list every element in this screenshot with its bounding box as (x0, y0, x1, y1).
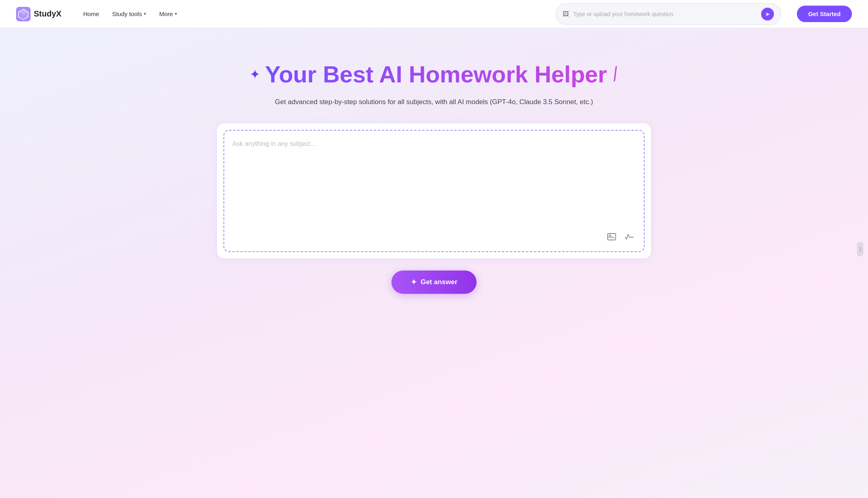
nav-study-tools[interactable]: Study tools ▾ (106, 7, 152, 20)
logo[interactable]: StudyX (16, 7, 61, 21)
formula-icon (624, 232, 634, 242)
image-upload-button[interactable] (605, 230, 618, 243)
logo-text: StudyX (34, 9, 61, 18)
logo-icon (16, 7, 31, 21)
input-textarea-wrapper (223, 130, 645, 252)
navbar: StudyX Home Study tools ▾ More ▾ 🖼 ➤ Get… (0, 0, 868, 28)
formula-button[interactable] (623, 230, 636, 243)
side-collapse-button[interactable]: ⟩ (857, 242, 863, 256)
star-icon: ✦ (250, 68, 260, 81)
hero-subtitle: Get advanced step-by-step solutions for … (275, 96, 593, 107)
hero-title-area: ✦ Your Best AI Homework Helper ╱ (250, 60, 619, 88)
navbar-search-input[interactable] (573, 11, 757, 17)
input-action-bar (232, 230, 636, 243)
squiggle-icon: ╱ (610, 67, 620, 82)
navbar-search-send-button[interactable]: ➤ (761, 8, 774, 20)
get-answer-button[interactable]: ✦ Get answer (391, 271, 477, 294)
nav-links: Home Study tools ▾ More ▾ (78, 7, 548, 20)
more-chevron-icon: ▾ (175, 11, 177, 16)
hero-section: ✦ Your Best AI Homework Helper ╱ Get adv… (0, 28, 868, 498)
main-input-card (217, 123, 651, 258)
study-tools-chevron-icon: ▾ (144, 11, 146, 16)
sparkle-icon: ✦ (411, 278, 417, 287)
hero-title: Your Best AI Homework Helper (265, 60, 607, 88)
image-icon (607, 232, 616, 242)
navbar-search-bar: 🖼 ➤ (556, 3, 781, 25)
nav-home[interactable]: Home (78, 7, 105, 20)
main-question-input[interactable] (232, 139, 636, 227)
nav-more[interactable]: More ▾ (154, 7, 183, 20)
get-started-button[interactable]: Get Started (797, 6, 852, 22)
upload-image-icon: 🖼 (563, 10, 569, 18)
